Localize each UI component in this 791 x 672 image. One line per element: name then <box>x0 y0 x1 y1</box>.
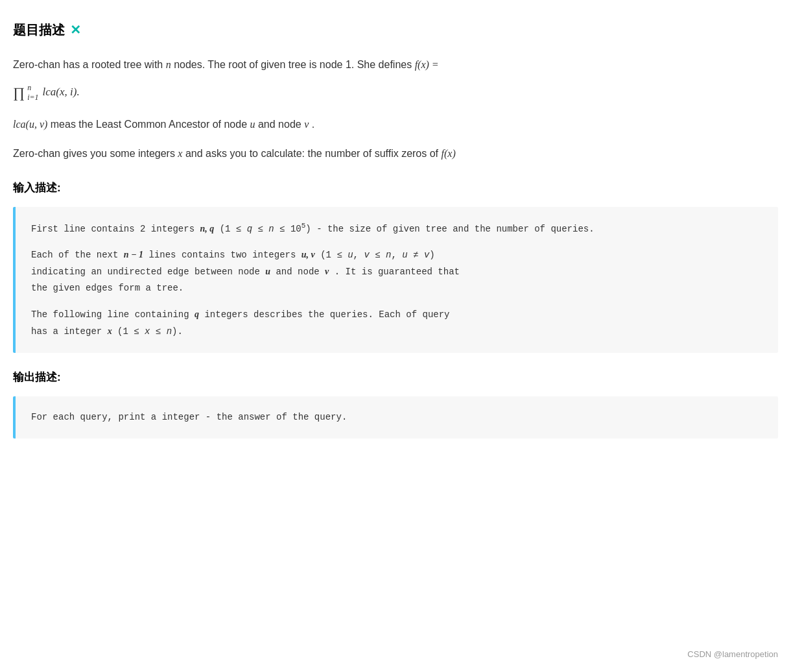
input-heading: 输入描述: <box>13 179 778 197</box>
problem-description: Zero-chan has a rooted tree with n nodes… <box>13 56 778 163</box>
para3-text2: and asks you to calculate: the number of… <box>185 148 442 159</box>
para3-fx: f(x) <box>442 148 456 159</box>
input-p3-q: q <box>195 309 199 319</box>
input-p1-constraint: (1 ≤ q ≤ n ≤ 105) <box>220 224 311 234</box>
input-p3-text2: integers describes the queries. Each of … <box>204 309 449 320</box>
limits-top: n <box>27 83 38 92</box>
input-para3: The following line containing q integers… <box>31 306 762 340</box>
input-p1-rest: - the size of given tree and the number … <box>316 224 594 234</box>
input-code-block: First line contains 2 integers n, q (1 ≤… <box>13 207 778 353</box>
input-para2: Each of the next n − 1 lines contains tw… <box>31 246 762 297</box>
para1-n: n <box>166 59 171 70</box>
para2-period: . <box>312 119 314 130</box>
problem-para1: Zero-chan has a rooted tree with n nodes… <box>13 56 778 75</box>
input-p3-x: x <box>108 326 112 336</box>
input-p2-text2: lines contains two integers <box>149 250 301 260</box>
problem-formula: ∏ n i=1 lca(x, i). <box>13 80 778 106</box>
input-p1-text: First line contains 2 integers <box>31 224 200 234</box>
para1-text1: Zero-chan has a rooted tree with <box>13 59 166 70</box>
para2-text: meas the Least Common Ancestor of node <box>51 119 250 130</box>
page-title: 题目描述 <box>13 19 65 40</box>
lca-formula: lca(x, i). <box>43 82 80 102</box>
para2-v: v <box>304 119 309 130</box>
input-para1: First line contains 2 integers n, q (1 ≤… <box>31 220 762 237</box>
product-symbol: ∏ <box>13 80 25 106</box>
output-code-block: For each query, print a integer - the an… <box>13 396 778 438</box>
lca-uv: lca(u, v) <box>13 119 47 130</box>
problem-para2: lca(u, v) meas the Least Common Ancestor… <box>13 115 778 134</box>
input-p2-guaranteed: the given edges form a tree. <box>31 283 183 293</box>
input-p2-v: v <box>325 267 329 276</box>
input-p1-nq: n, q <box>200 224 214 234</box>
input-p2-indicate: indicating an undirected edge between no… <box>31 267 265 277</box>
input-p2-n1: n − 1 <box>124 250 143 259</box>
output-para1: For each query, print a integer - the an… <box>31 409 762 426</box>
output-section: 输出描述: For each query, print a integer - … <box>13 368 778 438</box>
problem-para3: Zero-chan gives you some integers x and … <box>13 145 778 163</box>
output-p1-text: For each query, print a integer - the an… <box>31 412 347 422</box>
input-p2-text1: Each of the next <box>31 250 124 260</box>
limits-bottom: i=1 <box>27 93 38 102</box>
output-heading: 输出描述: <box>13 368 778 386</box>
input-p2-u: u <box>265 267 270 276</box>
product-limits: n i=1 <box>27 83 38 102</box>
para2-and: and node <box>258 119 304 130</box>
title-icon: ✕ <box>70 19 81 40</box>
input-p2-constraint: (1 ≤ u, v ≤ n, u ≠ v) <box>320 250 435 260</box>
input-section: 输入描述: First line contains 2 integers n, … <box>13 179 778 353</box>
input-p3-has: has a integer <box>31 326 108 337</box>
input-p2-and: and node <box>276 267 325 277</box>
input-p3-constraint: (1 ≤ x ≤ n). <box>117 326 183 337</box>
para3-x: x <box>178 148 182 159</box>
para1-text2: nodes. The root of given tree is node 1.… <box>171 59 415 70</box>
para3-text1: Zero-chan gives you some integers <box>13 148 178 159</box>
para1-fx: f(x) = <box>415 59 439 70</box>
input-p3-text1: The following line containing <box>31 309 195 320</box>
para2-u: u <box>250 119 255 130</box>
watermark: CSDN @lamentropetion <box>687 648 778 662</box>
page-title-section: 题目描述 ✕ <box>13 19 778 40</box>
input-p2-uv: u, v <box>301 250 315 259</box>
input-p2-it: It is guaranteed that <box>346 267 460 277</box>
input-p2-dot: . <box>335 267 346 277</box>
